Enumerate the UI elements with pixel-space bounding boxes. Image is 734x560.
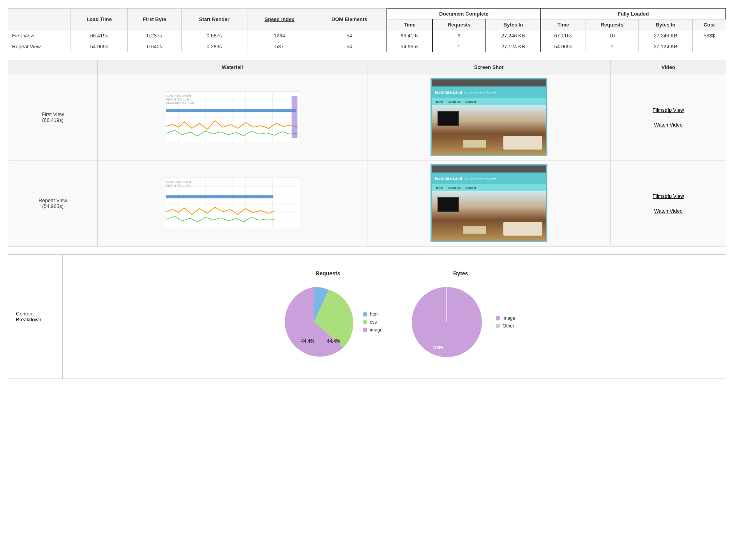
legend-css-label: css	[370, 319, 377, 325]
legend-html-dot	[363, 312, 367, 317]
watch-video-link[interactable]: Watch Video	[615, 122, 722, 128]
view-label-sub: (66.419s)	[12, 117, 94, 123]
perf-dom-elements: 54	[312, 30, 387, 41]
view-row-label: Repeat View (54.965s)	[8, 160, 98, 247]
perf-speed-index: 1264	[247, 30, 312, 41]
perf-first-byte: 0.237s	[128, 30, 182, 41]
col-header-doc-complete: Document Complete	[387, 8, 540, 19]
charts-container: Requests 44.4% 44.4%	[71, 262, 718, 371]
legend-image-label: image	[370, 327, 383, 333]
breakdown-charts-cell: Requests 44.4% 44.4%	[63, 255, 726, 379]
legend-image-dot	[363, 328, 367, 332]
screenshot-cell: Furniture Land Comfort for your home! Ho…	[367, 74, 610, 160]
bytes-chart-title: Bytes	[453, 270, 468, 276]
svg-text:FIRST BYTE: 0.540s: FIRST BYTE: 0.540s	[166, 184, 191, 187]
col-header-fully-loaded: Fully Loaded	[541, 8, 726, 19]
col-doc-requests: Requests	[432, 19, 486, 30]
col-full-bytes: Bytes In	[639, 19, 693, 30]
separator: -	[667, 114, 669, 120]
col-doc-bytes: Bytes In	[486, 19, 541, 30]
perf-row: First View 66.419s 0.237s 0.687s 1264 54…	[8, 30, 726, 41]
watch-video-link[interactable]: Watch Video	[615, 208, 722, 214]
perf-doc-time: 66.419s	[387, 30, 432, 41]
view-row-label: First View (66.419s)	[8, 74, 98, 160]
legend-bytes-image: image	[496, 315, 515, 321]
svg-rect-17	[292, 95, 298, 137]
perf-full-requests: 1	[586, 41, 638, 52]
col-full-time: Time	[541, 19, 586, 30]
perf-start-render: 0.289s	[182, 41, 247, 52]
legend-css: css	[363, 319, 383, 325]
col-header-load-time: Load Time	[71, 8, 127, 30]
perf-full-time: 67.116s	[541, 30, 586, 41]
view-table: Waterfall Screen Shot Video First View (…	[8, 60, 726, 247]
perf-full-cost	[693, 41, 726, 52]
bytes-chart-block: Bytes 100%	[406, 270, 515, 363]
col-header-dom-elements: DOM Elements	[312, 8, 387, 30]
svg-text:44.4%: 44.4%	[301, 338, 314, 344]
perf-speed-index: 537	[247, 41, 312, 52]
waterfall-cell: LOAD TIME: 66.419s FIRST BYTE: 0.237s ST…	[98, 74, 367, 160]
perf-doc-bytes: 27,246 KB	[486, 30, 541, 41]
requests-pie-svg: 44.4% 44.4%	[273, 281, 355, 363]
legend-bytes-other-label: Other	[503, 323, 514, 329]
col-header-empty	[8, 8, 71, 30]
view-col-video: Video	[610, 60, 726, 74]
perf-doc-requests: 9	[432, 30, 486, 41]
col-header-first-byte: First Byte	[128, 8, 182, 30]
view-row: Repeat View (54.965s) LOAD TIME: 54.965s…	[8, 160, 726, 247]
legend-image: image	[363, 327, 383, 333]
perf-first-byte: 0.540s	[128, 41, 182, 52]
col-full-requests: Requests	[586, 19, 638, 30]
filmstrip-link[interactable]: Filmstrip View	[615, 107, 722, 113]
svg-text:START RENDER: 0.687s: START RENDER: 0.687s	[166, 102, 196, 104]
legend-bytes-other: Other	[496, 323, 515, 329]
breakdown-link[interactable]: Content Breakdown	[16, 311, 41, 322]
view-label-text: Repeat View	[12, 197, 94, 203]
filmstrip-link[interactable]: Filmstrip View	[615, 193, 722, 199]
requests-chart-block: Requests 44.4% 44.4%	[273, 270, 383, 363]
perf-row: Repeat View 54.965s 0.540s 0.289s 537 54…	[8, 41, 726, 52]
perf-start-render: 0.687s	[182, 30, 247, 41]
col-doc-time: Time	[387, 19, 432, 30]
bytes-pie-svg: 100%	[406, 281, 488, 363]
video-cell: Filmstrip View - Watch Video	[610, 74, 726, 160]
col-header-start-render: Start Render	[182, 8, 247, 30]
svg-text:LOAD TIME: 66.419s: LOAD TIME: 66.419s	[166, 94, 192, 97]
col-full-cost: Cost	[693, 19, 726, 30]
legend-bytes-other-dot	[496, 324, 500, 328]
legend-css-dot	[363, 320, 367, 324]
perf-full-bytes: 27,124 KB	[639, 41, 693, 52]
legend-bytes-image-dot	[496, 316, 500, 321]
view-row: First View (66.419s) LOAD TIME: 66.419s …	[8, 74, 726, 160]
col-header-speed-index: Speed Index	[247, 8, 312, 30]
svg-rect-37	[166, 195, 273, 198]
requests-legend: html css image	[363, 312, 383, 333]
separator: -	[667, 201, 669, 206]
perf-full-cost: $$$$	[693, 30, 726, 41]
requests-chart-with-legend: 44.4% 44.4% html css	[273, 281, 383, 363]
bytes-legend: image Other	[496, 315, 515, 329]
svg-text:100%: 100%	[432, 345, 445, 350]
perf-full-requests: 10	[586, 30, 638, 41]
video-cell: Filmstrip View - Watch Video	[610, 160, 726, 247]
performance-table: Load Time First Byte Start Render Speed …	[8, 8, 726, 52]
view-label-text: First View	[12, 111, 94, 117]
requests-chart-title: Requests	[316, 270, 340, 276]
perf-full-bytes: 27,246 KB	[639, 30, 693, 41]
legend-html: html	[363, 312, 383, 317]
perf-doc-bytes: 27,124 KB	[486, 41, 541, 52]
breakdown-label[interactable]: Content Breakdown	[8, 255, 63, 379]
perf-row-label: Repeat View	[8, 41, 71, 52]
legend-bytes-image-label: image	[503, 315, 515, 321]
svg-text:44.4%: 44.4%	[327, 338, 340, 344]
perf-load-time: 54.965s	[71, 41, 127, 52]
waterfall-cell: LOAD TIME: 54.965s FIRST BYTE: 0.540s	[98, 160, 367, 247]
svg-rect-16	[166, 109, 296, 112]
screenshot-cell: Furniture Land Comfort for your home! Ho…	[367, 160, 610, 247]
perf-load-time: 66.419s	[71, 30, 127, 41]
content-breakdown-table: Content Breakdown Requests	[8, 254, 726, 379]
perf-doc-requests: 1	[432, 41, 486, 52]
perf-dom-elements: 54	[312, 41, 387, 52]
svg-text:FIRST BYTE: 0.237s: FIRST BYTE: 0.237s	[166, 98, 191, 100]
